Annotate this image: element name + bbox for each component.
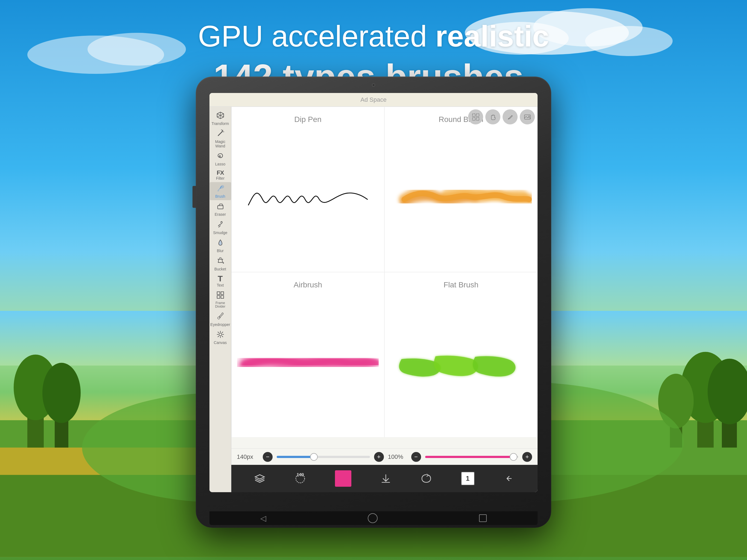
redo-btn[interactable] <box>420 473 432 485</box>
size-slider-track[interactable] <box>277 456 370 458</box>
tool-brush[interactable]: Brush <box>210 182 231 200</box>
tool-eraser[interactable]: Eraser <box>210 200 231 218</box>
lasso-icon <box>216 152 225 161</box>
dip-pen-label: Dip Pen <box>294 115 321 124</box>
canvas-settings-icon <box>216 330 225 340</box>
headline-line1-regular: GPU accelerated <box>198 19 435 53</box>
eyedropper-icon <box>216 312 225 322</box>
volume-button <box>192 186 196 208</box>
brush-size-btn[interactable]: 140 <box>294 473 306 485</box>
layer-num-btn[interactable]: 1 <box>461 472 475 485</box>
tool-filter[interactable]: FX Filter <box>210 168 231 182</box>
svg-point-44 <box>219 333 222 336</box>
flat-brush-demo <box>390 295 532 434</box>
tool-frame-divider[interactable]: Frame Divider <box>210 289 231 310</box>
tool-bucket[interactable]: Bucket <box>210 255 231 273</box>
back-btn[interactable] <box>503 473 515 485</box>
svg-rect-41 <box>217 296 220 298</box>
headline-line1: GPU accelerated realistic <box>0 17 747 55</box>
size-slider-thumb[interactable] <box>310 453 318 461</box>
hand-tool-btn[interactable] <box>485 109 500 124</box>
tool-transform[interactable]: Transform <box>210 109 231 127</box>
svg-rect-40 <box>221 292 224 295</box>
svg-rect-24 <box>476 114 479 117</box>
pencil-tool-btn[interactable] <box>503 109 518 124</box>
size-increase-btn[interactable]: + <box>374 452 384 462</box>
eraser-icon <box>216 202 225 212</box>
transform-label: Transform <box>212 122 229 126</box>
android-back-btn[interactable]: ◁ <box>260 514 266 523</box>
opacity-slider-fill <box>425 456 514 458</box>
tool-canvas[interactable]: Canvas <box>210 328 231 347</box>
top-toolbar[interactable] <box>468 109 535 124</box>
tool-lasso[interactable]: Lasso <box>210 150 231 168</box>
blur-label: Blur <box>217 249 224 253</box>
selection-tool-btn[interactable] <box>468 109 483 124</box>
svg-rect-39 <box>217 292 220 295</box>
frame-divider-icon <box>216 291 225 301</box>
android-recents-btn[interactable] <box>479 514 487 522</box>
svg-rect-36 <box>217 206 223 209</box>
text-label: Text <box>217 283 224 287</box>
android-nav: ◁ <box>209 511 538 525</box>
svg-rect-42 <box>221 296 224 298</box>
opacity-slider-thumb[interactable] <box>510 453 517 461</box>
round-brush-demo <box>390 129 532 269</box>
opacity-decrease-btn[interactable]: − <box>411 452 421 462</box>
svg-point-33 <box>222 130 223 131</box>
dip-pen-demo <box>237 129 379 269</box>
sidebar: Transform Magic Wand Lasso <box>209 107 231 492</box>
tool-blur[interactable]: Blur <box>210 236 231 255</box>
eyedropper-label: Eyedropper <box>210 323 230 327</box>
airbrush-label: Airbrush <box>294 281 322 289</box>
tool-magic-wand[interactable]: Magic Wand <box>210 127 231 150</box>
tablet-screen: Ad Space <box>209 93 538 492</box>
tool-smudge[interactable]: Smudge <box>210 219 231 236</box>
color-swatch[interactable] <box>335 470 351 487</box>
brush-num-label: 140 <box>297 473 304 478</box>
svg-rect-23 <box>472 114 475 117</box>
size-value: 140px <box>237 453 259 460</box>
brush-label: Brush <box>215 195 225 199</box>
opacity-value: 100% <box>388 453 407 460</box>
lasso-label: Lasso <box>215 162 225 166</box>
svg-line-32 <box>218 131 223 136</box>
ad-bar-text: Ad Space <box>360 96 386 103</box>
dip-pen-cell: Dip Pen <box>231 107 384 272</box>
airbrush-cell: Airbrush <box>231 272 384 437</box>
round-brush-cell: Round Brush <box>384 107 538 272</box>
svg-point-34 <box>223 131 224 132</box>
canvas-area: Dip Pen Round Brush <box>231 107 538 437</box>
size-decrease-btn[interactable]: − <box>263 452 273 462</box>
android-home-btn[interactable] <box>368 513 378 523</box>
airbrush-demo <box>237 295 379 434</box>
svg-point-35 <box>221 130 222 130</box>
svg-rect-26 <box>476 118 479 120</box>
tool-eyedropper[interactable]: Eyedropper <box>210 310 231 328</box>
magic-wand-icon <box>216 129 225 139</box>
smudge-label: Smudge <box>213 231 227 235</box>
svg-rect-25 <box>472 118 475 120</box>
bucket-icon <box>216 256 225 266</box>
canvas-label: Canvas <box>214 341 227 345</box>
frame-divider-label: Frame Divider <box>210 301 231 308</box>
text-icon: T <box>217 275 223 283</box>
save-btn[interactable] <box>380 473 392 485</box>
opacity-increase-btn[interactable]: + <box>522 452 532 462</box>
size-slider-fill <box>277 456 314 458</box>
layers-btn[interactable] <box>254 473 266 485</box>
ad-bar: Ad Space <box>209 93 538 107</box>
tablet-body: Ad Space <box>196 77 551 528</box>
smudge-icon <box>216 220 225 230</box>
filter-label: Filter <box>216 176 225 180</box>
layers-count-badge: 1 <box>461 472 475 485</box>
magic-wand-label: Magic Wand <box>210 140 231 148</box>
flat-brush-label: Flat Brush <box>443 281 479 289</box>
svg-point-38 <box>223 262 224 263</box>
filter-icon: FX <box>216 170 224 176</box>
tool-text[interactable]: T Text <box>210 273 231 289</box>
bucket-label: Bucket <box>214 267 226 271</box>
opacity-slider-track[interactable] <box>425 456 518 458</box>
image-tool-btn[interactable] <box>520 109 535 124</box>
svg-point-43 <box>217 317 220 319</box>
